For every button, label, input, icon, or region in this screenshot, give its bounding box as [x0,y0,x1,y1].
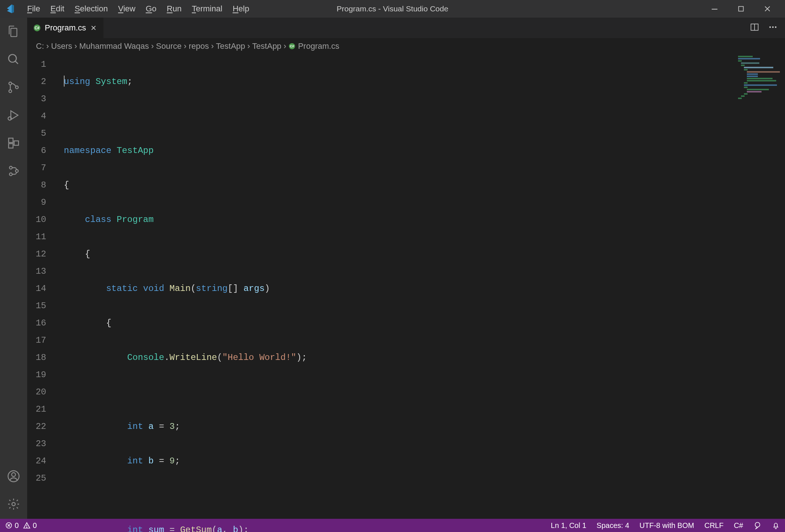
tab-close-icon[interactable] [90,24,98,32]
minimap[interactable] [734,56,778,114]
svg-point-4 [9,55,17,62]
svg-point-35 [26,527,27,527]
status-warnings[interactable]: 0 [23,521,37,530]
maximize-button[interactable] [728,0,754,18]
crumb-users[interactable]: Users [51,41,72,51]
remote-icon[interactable] [6,164,21,178]
search-icon[interactable] [6,52,21,67]
csharp-file-icon: C# [288,43,296,50]
csharp-file-icon: C# [33,24,41,32]
svg-point-26 [769,26,771,28]
svg-point-19 [12,503,15,506]
titlebar: FFileile EditEdit SelectionSelection Vie… [0,0,785,18]
svg-rect-13 [14,141,19,145]
menu-terminal[interactable]: TerminalTerminal [187,2,227,16]
crumb-source[interactable]: Source [156,41,182,51]
svg-point-14 [10,166,12,169]
explorer-icon[interactable] [6,24,21,39]
svg-marker-9 [11,111,18,120]
chevron-right-icon: › [247,41,250,51]
chevron-right-icon: › [184,41,186,51]
status-errors[interactable]: 0 [5,521,19,530]
activity-bar [0,18,27,519]
menu-help[interactable]: HelpHelp [227,2,254,16]
chevron-right-icon: › [211,41,213,51]
chevron-right-icon: › [284,41,286,51]
crumb-testapp2[interactable]: TestApp [252,41,282,51]
menu-go[interactable]: GoGo [140,2,161,16]
menu-selection[interactable]: SelectionSelection [69,2,113,16]
svg-point-15 [10,173,12,176]
crumb-drive[interactable]: C: [36,41,44,51]
run-debug-icon[interactable] [6,108,21,123]
svg-point-27 [772,26,774,28]
svg-rect-12 [9,144,13,148]
code-area[interactable]: using System; namespace TestApp { class … [56,54,785,519]
svg-point-7 [9,90,12,93]
chevron-right-icon: › [151,41,154,51]
window-title: Program.cs - Visual Studio Code [337,4,448,13]
menu-file[interactable]: FFileile [22,2,45,16]
accounts-icon[interactable] [6,469,21,484]
menu-view[interactable]: ViewView [113,2,140,16]
tabs-row: C# Program.cs [27,18,785,38]
svg-point-18 [12,473,16,477]
svg-text:C#: C# [35,26,40,30]
settings-gear-icon[interactable] [6,497,21,511]
crumb-user[interactable]: Muhammad Waqas [79,41,149,51]
chevron-right-icon: › [74,41,77,51]
svg-point-6 [9,82,12,85]
menu-run[interactable]: RunRun [162,2,187,16]
svg-rect-11 [9,138,13,143]
svg-rect-0 [712,9,717,10]
svg-line-5 [15,61,18,64]
chevron-right-icon: › [46,41,49,51]
tab-program-cs[interactable]: C# Program.cs [27,18,103,38]
svg-rect-1 [739,7,744,11]
more-actions-icon[interactable] [768,22,778,33]
vscode-logo-icon [4,4,15,14]
svg-point-16 [15,170,18,172]
line-number-gutter: 1234567891011121314151617181920212223242… [27,54,56,519]
close-button[interactable] [754,0,781,18]
minimize-button[interactable] [701,0,728,18]
crumb-repos[interactable]: repos [189,41,209,51]
svg-point-8 [15,86,18,89]
crumb-file[interactable]: Program.cs [298,41,339,51]
source-control-icon[interactable] [6,80,21,95]
svg-text:C#: C# [290,44,295,48]
extensions-icon[interactable] [6,136,21,150]
split-editor-icon[interactable] [750,22,759,33]
breadcrumb: C: › Users › Muhammad Waqas › Source › r… [27,38,785,54]
tab-label: Program.cs [45,23,86,33]
window-controls [701,0,781,18]
menu-edit[interactable]: EditEdit [45,2,69,16]
crumb-testapp1[interactable]: TestApp [216,41,245,51]
svg-point-28 [775,26,776,28]
editor[interactable]: 1234567891011121314151617181920212223242… [27,54,785,519]
menu-bar: FFileile EditEdit SelectionSelection Vie… [22,2,254,16]
